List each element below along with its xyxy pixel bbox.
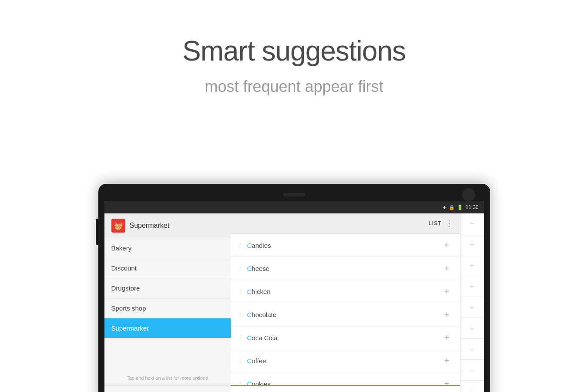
suggestions-header: LIST ⋮ [231,213,460,234]
tablet-frame: ✈ 🔒 🔋 11:30 🧺 Supermarket Bakery Disc [98,184,490,392]
suggestions-panel: LIST ⋮ ⋮ Candies + ⋮ Cheese + [231,213,460,392]
suggestion-text-cookies: Cookies [247,380,441,385]
drag-handle-chocolate: ⋮ [238,311,243,318]
lock-icon: 🔒 [449,205,455,210]
add-coca-cola-button[interactable]: + [441,331,453,344]
right-edge-item-3: ÷ [460,255,484,276]
tablet-wrapper: ✈ 🔒 🔋 11:30 🧺 Supermarket Bakery Disc [98,184,490,392]
app-title: Supermarket [130,222,170,230]
drag-handle-coca-cola: ⋮ [238,335,243,341]
input-add-button[interactable]: + [448,389,454,392]
sub-title: most frequent appear first [0,78,588,96]
add-candies-button[interactable]: + [441,239,453,251]
highlight-c: C [247,357,252,365]
drag-handle-coffee: ⋮ [238,358,243,364]
suggestion-text-chicken: Chicken [247,288,441,295]
right-edge-item-5: ÷ [460,297,484,318]
highlight-c: C [247,265,252,272]
sidebar: 🧺 Supermarket Bakery Discount Drugstore … [104,213,231,392]
tablet-screen: ✈ 🔒 🔋 11:30 🧺 Supermarket Bakery Disc [104,201,484,392]
more-options-icon[interactable]: ⋮ [445,219,453,228]
suggestion-text-candies: Candies [247,242,441,249]
app-header: 🧺 Supermarket [104,213,231,238]
right-edge-item-8: ÷ [460,360,484,381]
page-header: Smart suggestions most frequent appear f… [0,0,588,96]
status-bar: ✈ 🔒 🔋 11:30 [104,201,484,213]
suggestion-text-cheese: Cheese [247,265,441,272]
right-edge-item-7: ÷ [460,339,484,360]
right-edge: ÷ ÷ ÷ ÷ ÷ ÷ ÷ ÷ ÷ [460,213,484,392]
suggestion-candies[interactable]: ⋮ Candies + [231,234,460,257]
app-icon: 🧺 [111,219,125,233]
drag-handle-cookies: ⋮ [238,381,243,385]
suggestions-list: ⋮ Candies + ⋮ Cheese + ⋮ Chicken + [231,234,460,385]
app-content: 🧺 Supermarket Bakery Discount Drugstore … [104,213,484,392]
add-cookies-button[interactable]: + [441,378,453,385]
suggestion-text-coca-cola: Coca Cola [247,334,441,341]
suggestion-cheese[interactable]: ⋮ Cheese + [231,257,460,280]
tablet-top-bar [104,190,484,199]
input-area: + [231,385,460,392]
drag-handle-chicken: ⋮ [238,288,243,294]
list-item-bakery[interactable]: Bakery [104,238,231,258]
add-chocolate-button[interactable]: + [441,308,453,321]
suggestion-chicken[interactable]: ⋮ Chicken + [231,280,460,303]
suggestion-text-chocolate: Chocolate [247,311,441,318]
add-cheese-button[interactable]: + [441,262,453,274]
highlight-c: C [247,380,252,385]
suggestion-coffee[interactable]: ⋮ Coffee + [231,349,460,372]
list-header-label: LIST [429,220,442,226]
highlight-c: C [247,334,252,341]
camera-notch [283,193,305,196]
list-item-supermarket[interactable]: Supermarket [104,318,231,338]
drag-handle-cheese: ⋮ [238,265,243,271]
list-items: Bakery Discount Drugstore Sports shop Su… [104,238,231,338]
right-edge-item-6: ÷ [460,318,484,339]
suggestion-cookies[interactable]: ⋮ Cookies + [231,372,460,385]
right-edge-item-9: ÷ [460,381,484,392]
add-coffee-button[interactable]: + [441,355,453,367]
status-icons: ✈ 🔒 🔋 11:30 [443,204,478,210]
suggestion-coca-cola[interactable]: ⋮ Coca Cola + [231,326,460,349]
suggestion-chocolate[interactable]: ⋮ Chocolate + [231,303,460,326]
suggestion-text-coffee: Coffee [247,357,441,365]
list-item-sports-shop[interactable]: Sports shop [104,298,231,318]
drag-handle-candies: ⋮ [238,242,243,248]
airplane-icon: ✈ [443,205,447,210]
highlight-c: C [247,311,252,318]
right-edge-item-2: ÷ [460,234,484,255]
volume-button [96,219,98,245]
sidebar-footer: Tap and hold on a list for more options [104,372,231,384]
add-list-button[interactable]: + Add a new list [104,385,231,392]
side-camera [462,188,475,201]
right-edge-item-4: ÷ [460,276,484,297]
highlight-c: C [247,242,252,249]
list-item-discount[interactable]: Discount [104,258,231,278]
highlight-c: C [247,288,252,295]
list-item-drugstore[interactable]: Drugstore [104,278,231,298]
right-edge-item-1: ÷ [460,213,484,234]
status-time: 11:30 [465,204,478,210]
main-title: Smart suggestions [0,35,588,67]
add-chicken-button[interactable]: + [441,285,453,297]
battery-icon: 🔋 [457,205,463,210]
